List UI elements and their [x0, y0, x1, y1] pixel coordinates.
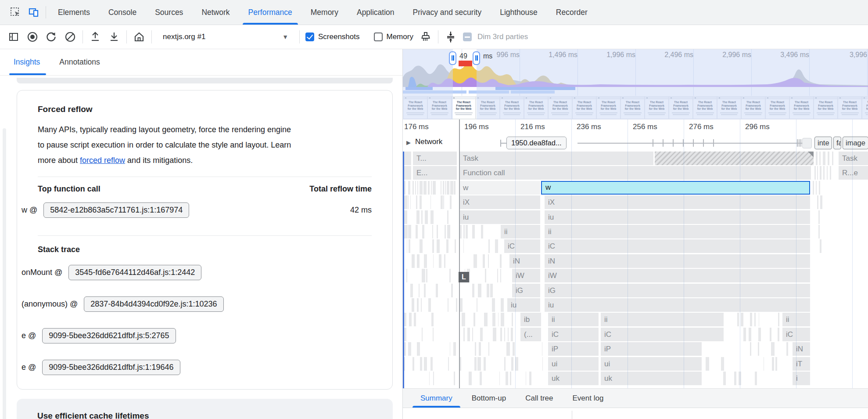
call-frame[interactable] [417, 181, 418, 195]
call-frame[interactable] [412, 254, 415, 268]
call-frame[interactable]: E... [413, 166, 457, 180]
call-frame[interactable] [529, 372, 531, 385]
call-frame[interactable] [500, 328, 502, 341]
call-frame[interactable] [526, 372, 527, 385]
collect-garbage-icon[interactable] [419, 30, 432, 43]
call-frame[interactable] [510, 372, 511, 385]
call-frame[interactable] [430, 195, 431, 209]
call-frame[interactable] [477, 357, 481, 371]
call-frame[interactable] [426, 269, 427, 282]
memory-checkbox[interactable] [374, 33, 383, 41]
call-frame[interactable] [414, 313, 416, 326]
call-frame[interactable] [424, 254, 427, 268]
network-request[interactable]: fa [833, 137, 841, 149]
call-frame[interactable] [428, 298, 431, 312]
call-frame[interactable] [741, 313, 743, 326]
call-frame[interactable]: iu [459, 210, 540, 224]
call-frame[interactable] [456, 298, 457, 312]
call-frame[interactable]: iP [548, 342, 599, 356]
call-frame[interactable] [447, 181, 449, 195]
screenshot-thumbnail[interactable]: The ReactFrameworkfor the Web [549, 97, 572, 119]
call-frame[interactable] [433, 372, 434, 385]
screenshot-thumbnail[interactable]: The ReactFrameworkfor the Web [597, 97, 620, 119]
screenshot-thumbnail[interactable]: The ReactFrameworkfor the Web [500, 97, 524, 119]
call-frame[interactable] [754, 313, 756, 326]
call-frame[interactable] [481, 225, 483, 238]
call-frame[interactable] [406, 269, 407, 282]
call-frame[interactable] [408, 342, 411, 356]
collapse-icon[interactable] [444, 30, 457, 43]
call-frame[interactable] [484, 313, 488, 326]
screenshot-thumbnail[interactable]: The ReactFrameworkfor the Web [717, 97, 741, 119]
call-frame[interactable]: iC [548, 328, 599, 341]
call-frame[interactable] [490, 284, 492, 297]
call-frame[interactable] [495, 239, 498, 253]
call-frame[interactable]: iu [507, 298, 540, 312]
call-frame[interactable] [513, 342, 515, 356]
call-frame[interactable] [818, 225, 820, 238]
call-frame[interactable] [723, 372, 726, 385]
call-frame[interactable] [455, 239, 456, 253]
call-frame[interactable] [463, 328, 465, 341]
download-profile-icon[interactable] [108, 30, 121, 43]
call-frame[interactable] [820, 195, 822, 209]
source-link[interactable]: 5842-e12b863a5c711761.js:1:167974 [43, 202, 189, 218]
call-frame[interactable] [483, 254, 485, 268]
call-frame[interactable] [439, 254, 441, 268]
call-frame[interactable] [770, 328, 771, 341]
forced-reflow-card[interactable]: Forced reflow Many APIs, typically readi… [17, 90, 393, 390]
screenshot-thumbnail[interactable]: The ReactFrameworkfor the Web [476, 97, 499, 119]
call-frame[interactable] [817, 166, 818, 180]
call-frame[interactable] [484, 357, 486, 371]
sidebar-tab-annotations[interactable]: Annotations [59, 49, 100, 75]
call-frame[interactable] [407, 239, 407, 253]
call-frame[interactable]: iX [545, 195, 810, 209]
source-link[interactable]: 3545-fd6e7644112d46af.js:1:2442 [68, 265, 201, 280]
call-frame[interactable] [506, 372, 508, 385]
network-request[interactable]: 1950.dea8fad... [506, 137, 567, 149]
call-frame[interactable] [515, 357, 518, 371]
call-frame[interactable] [453, 342, 456, 356]
call-frame[interactable] [488, 342, 489, 356]
screenshots-checkbox[interactable] [305, 33, 314, 41]
call-frame[interactable] [474, 357, 476, 371]
call-frame[interactable] [417, 298, 419, 312]
call-frame[interactable] [410, 195, 411, 209]
call-frame[interactable]: R...e [839, 166, 868, 180]
call-frame[interactable] [448, 357, 449, 371]
call-frame[interactable] [492, 313, 495, 326]
call-frame[interactable] [488, 239, 490, 253]
call-frame[interactable] [448, 298, 449, 312]
call-frame[interactable] [459, 225, 462, 238]
call-frame[interactable] [433, 328, 434, 341]
source-link[interactable]: 2837-84b4d4394cd0f92e.js:1:10236 [84, 296, 223, 312]
call-frame[interactable]: ib [520, 313, 541, 326]
screenshot-thumbnail[interactable]: The ReactFrameworkfor the Web [838, 97, 861, 119]
tab-network[interactable]: Network [192, 0, 239, 25]
call-frame[interactable] [506, 342, 510, 356]
sidebar-tab-insights[interactable]: Insights [14, 49, 40, 75]
call-frame[interactable] [479, 342, 481, 356]
screenshot-thumbnail[interactable]: The ReactFrameworkfor the Web [693, 97, 717, 119]
call-frame[interactable] [420, 181, 423, 195]
call-frame[interactable] [428, 181, 430, 195]
call-frame[interactable] [449, 269, 451, 282]
call-frame[interactable] [420, 239, 423, 253]
call-frame[interactable]: Task [459, 152, 653, 165]
call-frame[interactable] [487, 284, 489, 297]
call-frame[interactable] [425, 210, 428, 224]
call-frame[interactable] [421, 210, 423, 224]
call-frame[interactable] [422, 328, 423, 341]
screenshot-thumbnail[interactable]: The ReactFrameworkfor the Web [404, 97, 427, 119]
call-frame[interactable] [511, 328, 513, 341]
call-frame[interactable] [404, 225, 408, 238]
call-frame[interactable] [423, 181, 427, 195]
load-event-marker[interactable]: L [459, 272, 469, 282]
call-frame[interactable] [409, 313, 412, 326]
call-frame[interactable] [422, 225, 424, 238]
call-frame[interactable] [422, 269, 425, 282]
call-frame[interactable] [500, 269, 501, 282]
network-request[interactable] [802, 138, 812, 148]
call-frame[interactable] [542, 357, 543, 371]
record-icon[interactable] [26, 30, 39, 43]
